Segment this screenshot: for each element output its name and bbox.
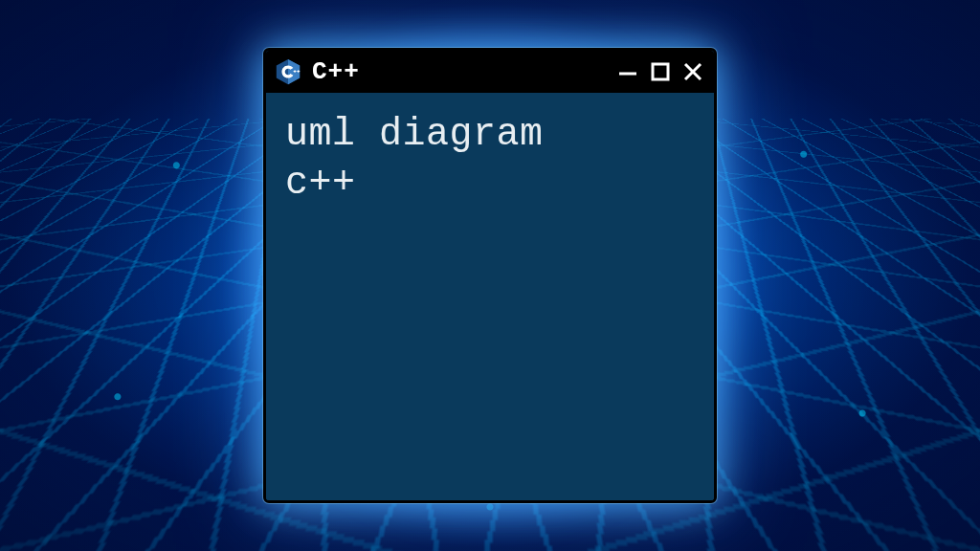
- window-controls: [616, 60, 704, 83]
- svg-rect-3: [653, 64, 668, 79]
- terminal-window: C++ uml diagram c++: [263, 48, 717, 503]
- terminal-body[interactable]: uml diagram c++: [266, 93, 714, 500]
- maximize-button[interactable]: [649, 60, 672, 83]
- window-title: C++: [312, 57, 607, 86]
- titlebar[interactable]: C++: [266, 51, 714, 93]
- terminal-text: uml diagram c++: [285, 110, 695, 208]
- close-button[interactable]: [681, 60, 704, 83]
- cpp-logo-icon: [274, 57, 302, 86]
- minimize-button[interactable]: [616, 60, 639, 83]
